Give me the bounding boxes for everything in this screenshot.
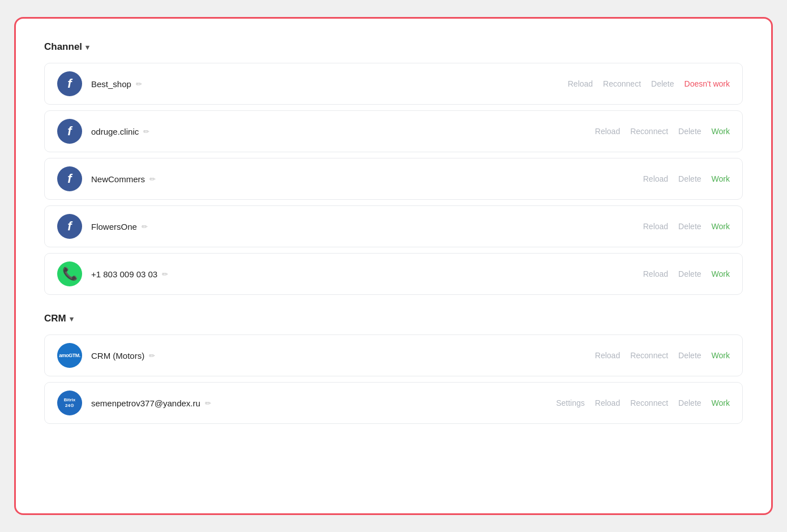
- facebook-icon: f: [57, 71, 82, 96]
- bitrix24-icon: Bitrix24⊙: [57, 391, 82, 415]
- status-button[interactable]: Work: [712, 127, 730, 136]
- main-container: Channel▾fBest_shop✏ReloadReconnectDelete…: [14, 17, 773, 515]
- channel-name-text: CRM (Motors): [91, 351, 144, 361]
- channel-list-channel: fBest_shop✏ReloadReconnectDeleteDoesn't …: [44, 63, 743, 295]
- channel-actions: SettingsReloadReconnectDeleteWork: [556, 398, 730, 407]
- edit-icon[interactable]: ✏: [205, 399, 211, 407]
- channel-name: CRM (Motors)✏: [91, 351, 586, 361]
- settings-button[interactable]: Settings: [556, 398, 585, 407]
- section-crm: CRM▾amoGTM.CRM (Motors)✏ReloadReconnectD…: [44, 313, 743, 424]
- channel-name-text: FlowersOne: [91, 222, 137, 231]
- channel-actions: ReloadDeleteWork: [643, 222, 730, 231]
- channel-row: fFlowersOne✏ReloadDeleteWork: [44, 205, 743, 247]
- channel-row: fodruge.clinic✏ReloadReconnectDeleteWork: [44, 110, 743, 152]
- reconnect-button[interactable]: Reconnect: [630, 127, 668, 136]
- section-label: CRM: [44, 313, 66, 324]
- chevron-icon: ▾: [70, 315, 74, 323]
- chevron-icon: ▾: [85, 43, 89, 52]
- section-channel: Channel▾fBest_shop✏ReloadReconnectDelete…: [44, 41, 743, 295]
- reload-button[interactable]: Reload: [643, 222, 668, 231]
- section-label: Channel: [44, 41, 82, 53]
- channel-actions: ReloadReconnectDeleteDoesn't work: [568, 79, 730, 88]
- channel-name-text: semenpetrov377@yandex.ru: [91, 398, 200, 408]
- edit-icon[interactable]: ✏: [162, 270, 168, 278]
- status-button[interactable]: Work: [712, 222, 730, 231]
- channel-name: odruge.clinic✏: [91, 127, 586, 136]
- reload-button[interactable]: Reload: [595, 351, 620, 360]
- delete-button[interactable]: Delete: [678, 222, 701, 231]
- channel-name: FlowersOne✏: [91, 222, 634, 231]
- channel-name: NewCommers✏: [91, 174, 634, 184]
- reload-button[interactable]: Reload: [643, 174, 668, 183]
- status-button[interactable]: Work: [712, 398, 730, 407]
- reconnect-button[interactable]: Reconnect: [630, 398, 668, 407]
- edit-icon[interactable]: ✏: [136, 80, 142, 88]
- channel-actions: ReloadDeleteWork: [643, 174, 730, 183]
- delete-button[interactable]: Delete: [678, 174, 701, 183]
- channel-name-text: +1 803 009 03 03: [91, 269, 157, 279]
- reconnect-button[interactable]: Reconnect: [603, 79, 641, 88]
- channel-name-text: odruge.clinic: [91, 127, 139, 136]
- reload-button[interactable]: Reload: [643, 269, 668, 278]
- edit-icon[interactable]: ✏: [149, 351, 155, 360]
- delete-button[interactable]: Delete: [651, 79, 674, 88]
- channel-list-crm: amoGTM.CRM (Motors)✏ReloadReconnectDelet…: [44, 334, 743, 424]
- reload-button[interactable]: Reload: [595, 398, 620, 407]
- channel-row: fNewCommers✏ReloadDeleteWork: [44, 158, 743, 200]
- status-button[interactable]: Work: [712, 269, 730, 278]
- facebook-icon: f: [57, 214, 82, 239]
- channel-actions: ReloadReconnectDeleteWork: [595, 351, 730, 360]
- status-button[interactable]: Work: [712, 174, 730, 183]
- channel-name-text: Best_shop: [91, 79, 131, 89]
- section-header-crm[interactable]: CRM▾: [44, 313, 743, 324]
- channel-row: 📞+1 803 009 03 03✏ReloadDeleteWork: [44, 253, 743, 295]
- channel-name: +1 803 009 03 03✏: [91, 269, 634, 279]
- reload-button[interactable]: Reload: [595, 127, 620, 136]
- channel-name: semenpetrov377@yandex.ru✏: [91, 398, 547, 408]
- facebook-icon: f: [57, 119, 82, 144]
- channel-row: fBest_shop✏ReloadReconnectDeleteDoesn't …: [44, 63, 743, 105]
- channel-row: Bitrix24⊙semenpetrov377@yandex.ru✏Settin…: [44, 382, 743, 424]
- reload-button[interactable]: Reload: [568, 79, 593, 88]
- facebook-icon: f: [57, 166, 82, 191]
- channel-name: Best_shop✏: [91, 79, 559, 89]
- channel-actions: ReloadDeleteWork: [643, 269, 730, 278]
- status-button[interactable]: Work: [712, 351, 730, 360]
- status-button[interactable]: Doesn't work: [685, 79, 730, 88]
- section-header-channel[interactable]: Channel▾: [44, 41, 743, 53]
- edit-icon[interactable]: ✏: [149, 175, 156, 183]
- channel-actions: ReloadReconnectDeleteWork: [595, 127, 730, 136]
- delete-button[interactable]: Delete: [678, 127, 701, 136]
- delete-button[interactable]: Delete: [678, 269, 701, 278]
- amocrm-icon: amoGTM.: [57, 343, 82, 368]
- delete-button[interactable]: Delete: [678, 398, 701, 407]
- channel-row: amoGTM.CRM (Motors)✏ReloadReconnectDelet…: [44, 334, 743, 376]
- edit-icon[interactable]: ✏: [142, 222, 148, 231]
- whatsapp-icon: 📞: [57, 261, 82, 286]
- edit-icon[interactable]: ✏: [143, 127, 149, 136]
- reconnect-button[interactable]: Reconnect: [630, 351, 668, 360]
- channel-name-text: NewCommers: [91, 174, 145, 184]
- delete-button[interactable]: Delete: [678, 351, 701, 360]
